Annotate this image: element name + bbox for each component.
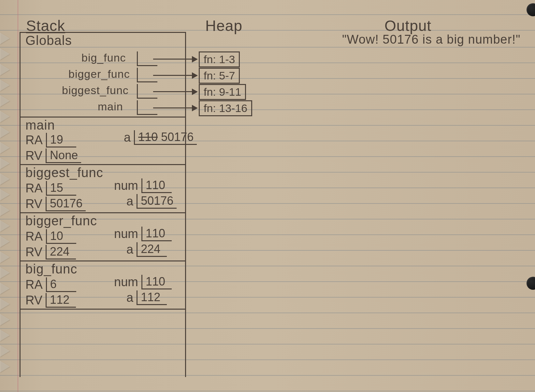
var-slot: a 50176 [126, 194, 177, 209]
var-value: 110 [141, 227, 172, 241]
ra-value: 10 [46, 229, 76, 244]
ra-value: 6 [46, 277, 76, 292]
var-slot: a 112 [126, 290, 167, 305]
ra-value: 19 [46, 133, 76, 147]
rv-value: 50176 [46, 197, 86, 211]
rv-label: RV [25, 245, 42, 259]
var-name: a [126, 194, 133, 208]
left-triangle-tabs [0, 33, 10, 392]
var-name: num [114, 179, 138, 193]
frame-title: main [25, 118, 55, 133]
var-slot: num 110 [114, 178, 172, 193]
stack-top-line [20, 32, 185, 33]
var-value: 112 [137, 290, 167, 305]
ra-label: RA [25, 133, 43, 147]
global-name: biggest_func [62, 84, 129, 97]
var-value: 224 [137, 242, 167, 257]
globals-title: Globals [25, 33, 72, 48]
var-value: 110 50176 [134, 130, 197, 145]
frame-separator [20, 117, 185, 118]
ra-label: RA [25, 230, 43, 244]
arrow-icon [153, 91, 197, 92]
ra-slot: RA 10 [25, 229, 76, 244]
frame-title: biggest_func [25, 165, 103, 180]
frame-title: bigger_func [25, 214, 97, 228]
var-new-value: 50176 [161, 130, 194, 144]
var-name: num [114, 227, 138, 241]
rv-label: RV [25, 197, 42, 211]
heap-object: fn: 9-11 [199, 84, 246, 100]
rv-label: RV [25, 149, 42, 163]
arrow-icon [153, 75, 197, 76]
rv-slot: RV 112 [25, 293, 76, 308]
frame-separator [20, 164, 185, 165]
heap-header: Heap [205, 17, 242, 35]
frame-separator [20, 309, 185, 310]
global-name: main [98, 100, 123, 113]
var-slot: num 110 [114, 275, 172, 289]
global-name: bigger_func [68, 68, 130, 80]
var-slot: a 110 50176 [124, 130, 197, 145]
arrow-icon [153, 107, 197, 108]
heap-object: fn: 1-3 [199, 51, 240, 67]
arrow-icon [153, 59, 197, 60]
frame-separator [20, 212, 185, 213]
output-text: "Wow! 50176 is a big number!" [342, 33, 520, 47]
var-value: 110 [141, 275, 172, 289]
frame-separator [20, 260, 185, 261]
global-name: big_func [81, 51, 126, 64]
output-header: Output [384, 17, 431, 35]
rv-value: 224 [46, 245, 76, 259]
var-name: a [124, 131, 131, 145]
var-value: 50176 [137, 194, 177, 209]
var-old-value: 110 [138, 130, 158, 144]
var-name: num [114, 275, 138, 289]
ra-slot: RA 6 [25, 277, 76, 292]
ra-label: RA [25, 181, 43, 195]
ra-slot: RA 19 [25, 133, 76, 147]
rv-slot: RV 50176 [25, 197, 86, 211]
var-slot: a 224 [126, 242, 167, 257]
rv-value: 112 [46, 293, 76, 308]
rv-label: RV [25, 293, 42, 307]
ra-slot: RA 15 [25, 181, 76, 196]
rv-slot: RV None [25, 148, 81, 163]
var-slot: num 110 [114, 227, 172, 241]
rv-slot: RV 224 [25, 245, 76, 259]
rv-value: None [46, 148, 81, 163]
frame-title: big_func [25, 262, 77, 276]
heap-object: fn: 13-16 [199, 100, 252, 116]
ra-label: RA [25, 278, 43, 292]
var-name: a [126, 291, 133, 305]
margin-line [18, 0, 18, 392]
ra-value: 15 [46, 181, 76, 196]
var-value: 110 [141, 178, 172, 193]
heap-object: fn: 5-7 [199, 68, 240, 84]
var-name: a [126, 243, 133, 257]
